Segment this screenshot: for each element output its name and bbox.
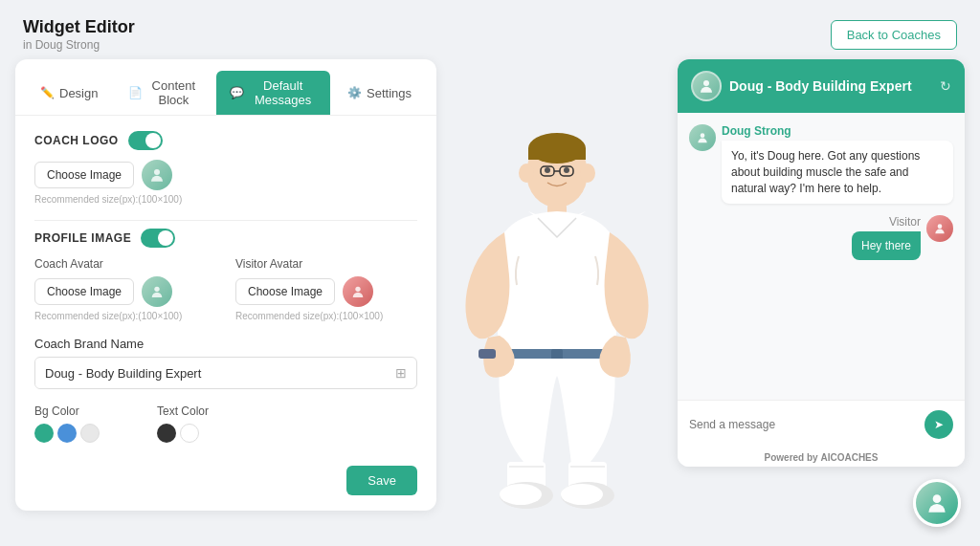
- bg-color-swatches: [34, 424, 100, 443]
- tab-content-block[interactable]: 📄 Content Block: [115, 71, 212, 115]
- visitor-avatar-preview: [343, 276, 373, 307]
- profile-image-toggle[interactable]: [141, 229, 175, 248]
- coach-figure: [452, 108, 662, 538]
- chat-header-title: Doug - Body Building Expert: [729, 78, 932, 94]
- svg-point-1: [154, 287, 159, 292]
- panel-content: COACH LOGO Choose Image Recommended size…: [15, 116, 436, 458]
- bg-color-swatch-1[interactable]: [34, 424, 54, 443]
- bg-color-swatch-3[interactable]: [80, 424, 100, 443]
- color-row: Bg Color Text Color: [34, 404, 417, 443]
- coach-avatar-col: Coach Avatar Choose Image Recommended si…: [34, 257, 216, 321]
- send-button[interactable]: ➤: [924, 410, 953, 439]
- coach-logo-preview: [142, 160, 172, 190]
- bg-color-item: Bg Color: [34, 404, 100, 443]
- chat-widget: Doug - Body Building Expert ↻ Doug Stron…: [678, 59, 965, 467]
- coach-logo-toggle[interactable]: [128, 131, 163, 150]
- design-icon: ✏️: [40, 86, 55, 99]
- visitor-avatar-row: Choose Image: [235, 276, 417, 307]
- profile-image-label: PROFILE IMAGE: [34, 231, 131, 245]
- text-color-label: Text Color: [157, 404, 209, 418]
- coach-message-bubble: Yo, it's Doug here. Got any questions ab…: [722, 141, 953, 204]
- left-panel: ✏️ Design 📄 Content Block 💬 Default Mess…: [15, 59, 436, 511]
- visitor-avatar-col: Visitor Avatar Choose Image Recommended …: [235, 257, 417, 321]
- visitor-message-row: Visitor Hey there: [689, 215, 953, 260]
- tab-settings[interactable]: ⚙️ Settings: [334, 71, 425, 115]
- svg-point-21: [500, 484, 542, 505]
- visitor-avatar-label: Visitor Avatar: [235, 257, 417, 271]
- chat-header: Doug - Body Building Expert ↻: [678, 59, 965, 113]
- main-layout: ✏️ Design 📄 Content Block 💬 Default Mess…: [0, 59, 980, 538]
- brand-name-input-row: ⊞: [34, 357, 417, 389]
- svg-point-27: [938, 225, 943, 229]
- svg-point-0: [154, 169, 160, 175]
- coach-logo-image-row: Choose Image: [34, 160, 417, 190]
- visitor-msg-avatar: [926, 215, 953, 242]
- brand-name-grid-icon: ⊞: [386, 358, 416, 388]
- svg-point-11: [519, 164, 534, 183]
- page-header: Widget Editor in Doug Strong Back to Coa…: [0, 0, 980, 59]
- coach-avatar-rec-size: Recommended size(px):(100×100): [34, 311, 216, 321]
- center-area: [436, 59, 678, 538]
- coach-sender-name: Doug Strong: [722, 124, 953, 138]
- coach-avatar-choose-button[interactable]: Choose Image: [34, 278, 134, 305]
- coach-logo-section: COACH LOGO Choose Image Recommended size…: [34, 131, 417, 205]
- svg-point-12: [580, 164, 595, 183]
- coach-logo-header: COACH LOGO: [34, 131, 417, 150]
- svg-point-22: [561, 484, 603, 505]
- text-color-item: Text Color: [157, 404, 209, 443]
- chat-input[interactable]: [689, 418, 917, 431]
- page-subtitle: in Doug Strong: [23, 38, 135, 52]
- svg-point-28: [933, 494, 942, 503]
- svg-point-6: [545, 167, 550, 173]
- coach-avatar-label: Coach Avatar: [34, 257, 216, 271]
- save-row: Save: [15, 458, 436, 511]
- brand-name-input[interactable]: [35, 359, 386, 388]
- svg-point-26: [701, 133, 705, 138]
- coach-message-row: Doug Strong Yo, it's Doug here. Got any …: [689, 124, 953, 204]
- tab-default-messages[interactable]: 💬 Default Messages: [216, 71, 330, 115]
- text-color-swatches: [157, 424, 209, 443]
- save-button[interactable]: Save: [346, 466, 417, 495]
- chat-input-area: ➤: [678, 400, 965, 448]
- chat-header-refresh-icon[interactable]: ↻: [940, 78, 951, 94]
- tab-design[interactable]: ✏️ Design: [27, 71, 111, 115]
- profile-image-section: PROFILE IMAGE Coach Avatar Choose Image …: [34, 229, 417, 321]
- powered-by-brand: AICOACHES: [820, 452, 878, 463]
- coach-avatar-row: Choose Image: [34, 276, 216, 307]
- header-left: Widget Editor in Doug Strong: [23, 17, 135, 52]
- bg-color-label: Bg Color: [34, 404, 100, 418]
- coach-logo-label: COACH LOGO: [34, 134, 119, 147]
- coach-avatar-preview: [142, 276, 172, 307]
- chat-header-avatar: [691, 71, 722, 101]
- text-color-swatch-2[interactable]: [180, 424, 199, 443]
- page-title: Widget Editor: [23, 17, 135, 37]
- tab-bar: ✏️ Design 📄 Content Block 💬 Default Mess…: [15, 59, 436, 116]
- visitor-sender-name: Visitor: [889, 215, 921, 229]
- bg-color-swatch-2[interactable]: [57, 424, 77, 443]
- svg-point-7: [564, 167, 569, 173]
- floating-avatar-button[interactable]: [913, 479, 961, 527]
- coach-logo-choose-image-button[interactable]: Choose Image: [34, 162, 134, 188]
- profile-image-grid: Coach Avatar Choose Image Recommended si…: [34, 257, 417, 321]
- svg-rect-16: [479, 349, 496, 359]
- visitor-msg-content: Visitor Hey there: [852, 215, 921, 260]
- svg-rect-5: [528, 148, 586, 160]
- coach-msg-avatar: [689, 124, 716, 151]
- svg-point-2: [355, 287, 360, 292]
- brand-name-label: Coach Brand Name: [34, 337, 417, 351]
- settings-icon: ⚙️: [347, 86, 362, 99]
- coach-logo-rec-size: Recommended size(px):(100×100): [34, 194, 417, 205]
- divider-1: [34, 220, 417, 221]
- chat-body: Doug Strong Yo, it's Doug here. Got any …: [678, 113, 965, 400]
- visitor-avatar-choose-button[interactable]: Choose Image: [235, 278, 335, 305]
- profile-image-header: PROFILE IMAGE: [34, 229, 417, 248]
- brand-name-section: Coach Brand Name ⊞: [34, 337, 417, 389]
- back-to-coaches-button[interactable]: Back to Coaches: [831, 20, 957, 50]
- visitor-avatar-rec-size: Recommended size(px):(100×100): [235, 311, 417, 321]
- coach-figure-container: [436, 59, 678, 538]
- powered-by: Powered by AICOACHES: [678, 448, 965, 467]
- coach-msg-content: Doug Strong Yo, it's Doug here. Got any …: [722, 124, 953, 204]
- content-block-icon: 📄: [128, 86, 143, 99]
- text-color-swatch-1[interactable]: [157, 424, 176, 443]
- svg-point-25: [703, 80, 709, 86]
